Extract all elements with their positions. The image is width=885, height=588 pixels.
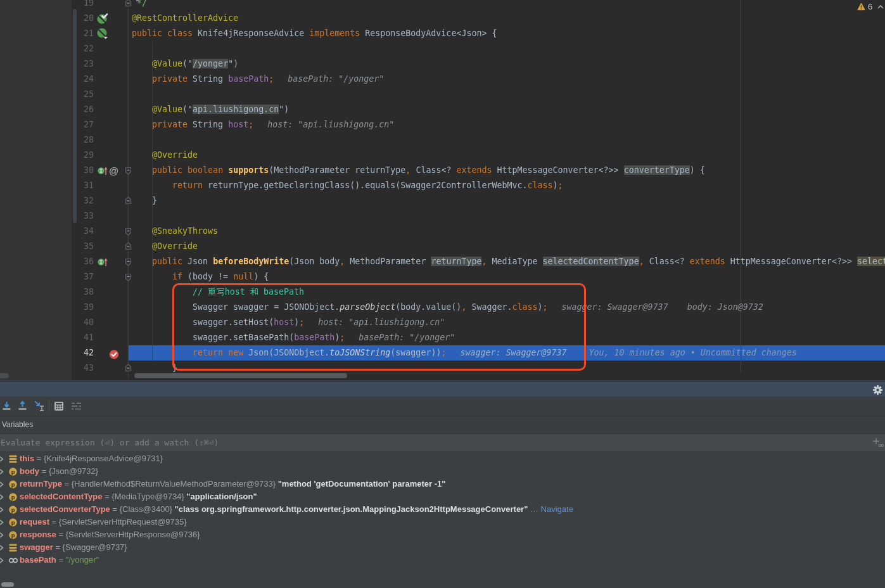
- line-number[interactable]: 24: [77, 72, 94, 87]
- spring-bean-icon[interactable]: [96, 13, 108, 25]
- fold-end-marker[interactable]: [125, 242, 132, 250]
- line-number[interactable]: 25: [77, 87, 94, 102]
- expand-chevron-icon[interactable]: [0, 469, 4, 475]
- variables-view-header[interactable]: Variables: [0, 416, 885, 434]
- line-number[interactable]: 34: [77, 224, 94, 239]
- code-line-26[interactable]: @Value("api.liushigong.cn"): [132, 102, 289, 117]
- expand-chevron-icon[interactable]: [0, 558, 4, 563]
- line-number[interactable]: 43: [77, 361, 94, 376]
- evaluate-expression-icon[interactable]: [54, 397, 64, 416]
- show-options-icon[interactable]: [71, 397, 82, 416]
- step-into-line-icon[interactable]: [2, 397, 11, 416]
- code-editor[interactable]: 19 */20@RestControllerAdvice21public cla…: [0, 0, 885, 380]
- add-watch-icon[interactable]: [872, 437, 884, 447]
- fold-start-marker[interactable]: [125, 167, 132, 175]
- line-number[interactable]: 19: [77, 0, 94, 11]
- expand-chevron-icon[interactable]: [0, 482, 4, 487]
- variable-row-selectedContentType[interactable]: pselectedContentType = {MediaType@9734} …: [0, 490, 885, 503]
- variable-row-response[interactable]: presponse = {ServletServerHttpResponse@9…: [0, 528, 885, 541]
- editor-horizontal-scrollbar[interactable]: [134, 373, 347, 378]
- line-number[interactable]: 35: [77, 239, 94, 254]
- code-token: String: [188, 120, 228, 129]
- code-line-36[interactable]: public Json beforeBodyWrite(Json body, M…: [132, 254, 885, 269]
- expand-chevron-icon[interactable]: [0, 532, 4, 538]
- line-number[interactable]: 42: [77, 345, 94, 361]
- line-number[interactable]: 31: [77, 178, 94, 193]
- debug-tool-window-header[interactable]: [0, 381, 885, 397]
- variables-tree[interactable]: this = {Knife4jResponseAdvice@9731}pbody…: [0, 451, 885, 588]
- fold-end-marker[interactable]: [125, 0, 132, 7]
- implementing-method-icon[interactable]: @: [98, 166, 119, 176]
- navigate-link[interactable]: Navigate: [541, 504, 573, 514]
- expand-chevron-icon[interactable]: [0, 507, 4, 513]
- code-line-27[interactable]: private String host;host: "api.liushigon…: [132, 117, 394, 132]
- expand-chevron-icon[interactable]: [0, 545, 4, 551]
- spring-bean-icon[interactable]: [96, 27, 108, 40]
- line-number[interactable]: 41: [77, 330, 94, 345]
- line-number[interactable]: 27: [77, 117, 94, 132]
- project-panel-scrollbar-thumb[interactable]: [73, 9, 77, 223]
- code-token: host: [228, 120, 248, 129]
- code-line-32[interactable]: }: [132, 193, 157, 208]
- expand-chevron-icon[interactable]: [0, 456, 4, 462]
- breakpoint-verified-icon[interactable]: [109, 350, 119, 360]
- variable-row-request[interactable]: prequest = {ServletServerHttpRequest@973…: [0, 516, 885, 528]
- variable-row-body[interactable]: pbody = {Json@9732}: [0, 465, 885, 478]
- expand-chevron-icon[interactable]: [0, 494, 4, 500]
- code-line-34[interactable]: @SneakyThrows: [132, 224, 218, 239]
- code-line-29[interactable]: @Override: [132, 148, 198, 163]
- variable-row-swagger[interactable]: swagger = {Swagger@9737}: [0, 541, 885, 554]
- run-to-cursor-icon[interactable]: [34, 397, 45, 416]
- equals-sign: =: [34, 454, 44, 463]
- evaluate-expression-input[interactable]: Evaluate expression (⏎) or add a watch (…: [0, 434, 885, 451]
- variables-scrollbar-thumb[interactable]: [1, 582, 14, 587]
- line-number[interactable]: 36: [77, 254, 94, 269]
- code-token: boolean: [188, 165, 223, 175]
- line-number[interactable]: 21: [77, 26, 94, 41]
- variable-text: selectedConverterType = {Class@3400} "cl…: [20, 503, 573, 516]
- code-line-19[interactable]: */: [132, 0, 147, 11]
- chevron-up-icon[interactable]: [877, 4, 884, 9]
- code-line-37[interactable]: if (body != null) {: [132, 269, 269, 284]
- fold-start-marker[interactable]: [125, 258, 132, 266]
- line-number[interactable]: 28: [77, 132, 94, 148]
- line-number[interactable]: 20: [77, 11, 94, 26]
- variable-row-selectedConverterType[interactable]: pselectedConverterType = {Class@3400} "c…: [0, 503, 885, 516]
- gutter-fold-line: [128, 0, 129, 378]
- code-line-31[interactable]: return returnType.getDeclaringClass().eq…: [132, 178, 563, 193]
- line-number[interactable]: 23: [77, 56, 94, 72]
- project-panel-hscrollbar-thumb[interactable]: [0, 373, 9, 378]
- fold-end-marker[interactable]: [125, 196, 132, 205]
- implementing-method-icon[interactable]: [98, 257, 108, 267]
- code-token: HttpMessageConverter<?>>: [492, 165, 623, 175]
- line-number[interactable]: 37: [77, 269, 94, 284]
- fold-end-marker[interactable]: [125, 364, 132, 372]
- line-number[interactable]: 30: [77, 163, 94, 178]
- code-token: class: [527, 181, 552, 190]
- variable-row-basePath[interactable]: basePath = "/yonger": [0, 554, 885, 566]
- code-line-35[interactable]: @Override: [132, 239, 198, 254]
- fold-start-marker[interactable]: [125, 227, 132, 236]
- step-out-line-icon[interactable]: [18, 397, 27, 416]
- variable-row-returnType[interactable]: preturnType = {HandlerMethod$ReturnValue…: [0, 478, 885, 490]
- variable-row-this[interactable]: this = {Knife4jResponseAdvice@9731}: [0, 452, 885, 465]
- code-line-24[interactable]: private String basePath;basePath: "/yong…: [132, 72, 384, 87]
- line-number[interactable]: 26: [77, 102, 94, 117]
- code-line-30[interactable]: public boolean supports(MethodParameter …: [132, 163, 705, 178]
- line-number[interactable]: 22: [77, 41, 94, 56]
- code-line-21[interactable]: public class Knife4jResponseAdvice imple…: [132, 26, 497, 41]
- expand-chevron-icon[interactable]: [0, 520, 4, 525]
- line-number[interactable]: 29: [77, 148, 94, 163]
- inspections-widget[interactable]: 6: [857, 1, 884, 11]
- code-line-20[interactable]: @RestControllerAdvice: [132, 11, 238, 26]
- gear-icon[interactable]: [873, 385, 882, 395]
- line-number[interactable]: 33: [77, 208, 94, 224]
- code-line-23[interactable]: @Value("/yonger"): [132, 56, 238, 72]
- line-number[interactable]: 32: [77, 193, 94, 208]
- code-token: }: [132, 196, 157, 205]
- line-number[interactable]: 40: [77, 315, 94, 330]
- code-token: selectedConverterType: [857, 257, 885, 266]
- line-number[interactable]: 38: [77, 284, 94, 300]
- line-number[interactable]: 39: [77, 300, 94, 315]
- fold-start-marker[interactable]: [125, 273, 132, 281]
